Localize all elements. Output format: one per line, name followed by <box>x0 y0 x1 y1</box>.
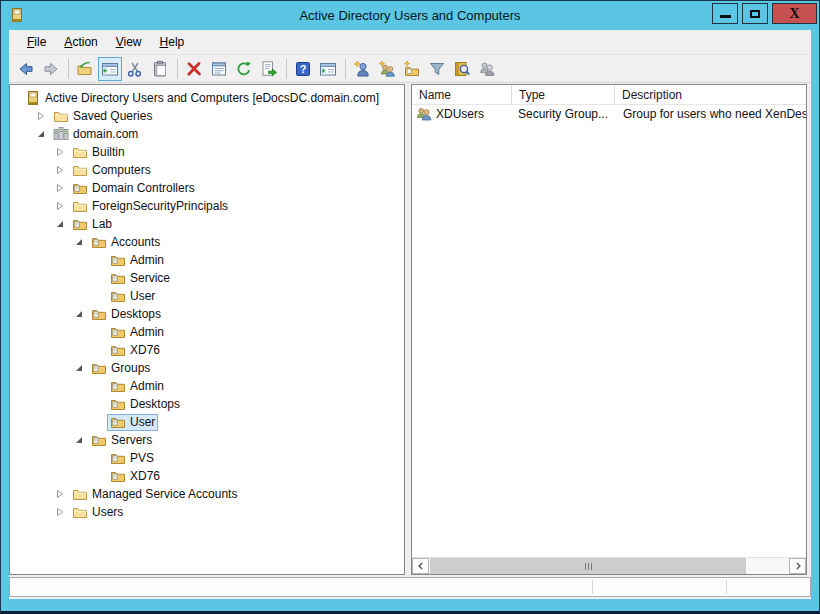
tree-item-label: Servers <box>111 433 152 447</box>
ou-icon <box>110 414 126 430</box>
tree-item[interactable]: Admin <box>10 377 404 395</box>
list-row[interactable]: XDUsersSecurity Group...Group for users … <box>412 105 806 123</box>
tree-item-label: Groups <box>111 361 150 375</box>
find-icon <box>453 60 471 78</box>
find-button[interactable] <box>450 57 474 81</box>
filter-button[interactable] <box>425 57 449 81</box>
window-title: Active Directory Users and Computers <box>1 1 819 30</box>
ou-icon <box>110 324 126 340</box>
tree-item[interactable]: XD76 <box>10 467 404 485</box>
up-level-button[interactable] <box>73 57 97 81</box>
tree-item-label: Managed Service Accounts <box>92 487 237 501</box>
twisty-spacer <box>89 269 107 287</box>
maximize-button[interactable] <box>742 3 768 24</box>
paste-icon <box>151 60 169 78</box>
collapse-icon[interactable] <box>51 215 69 233</box>
tree-item-label: Desktops <box>111 307 161 321</box>
aduc-window: Active Directory Users and Computers X F… <box>0 0 820 614</box>
tree-item[interactable]: Users <box>10 503 404 521</box>
folder-icon <box>53 108 69 124</box>
collapse-icon[interactable] <box>70 359 88 377</box>
cut-button[interactable] <box>123 57 147 81</box>
close-icon: X <box>789 7 799 21</box>
twisty-spacer <box>89 413 107 431</box>
action-pane-button[interactable] <box>316 57 340 81</box>
ou-icon <box>110 288 126 304</box>
tree-item[interactable]: Saved Queries <box>10 107 404 125</box>
ou-icon <box>91 432 107 448</box>
tree-item[interactable]: Lab <box>10 215 404 233</box>
console-tree-button[interactable] <box>98 57 122 81</box>
back-button[interactable] <box>14 57 38 81</box>
column-header-description[interactable]: Description <box>615 85 806 104</box>
tree-item[interactable]: Desktops <box>10 395 404 413</box>
tree-item[interactable]: Computers <box>10 161 404 179</box>
tree-item-label: Desktops <box>130 397 180 411</box>
expand-icon[interactable] <box>51 143 69 161</box>
tree-item[interactable]: Servers <box>10 431 404 449</box>
forward-button[interactable] <box>39 57 63 81</box>
tree-item[interactable]: Builtin <box>10 143 404 161</box>
status-separator <box>726 580 727 594</box>
menu-help[interactable]: Help <box>151 32 194 52</box>
chevron-right-icon <box>794 559 802 573</box>
menu-action[interactable]: Action <box>55 32 106 52</box>
expand-icon[interactable] <box>51 161 69 179</box>
folder-icon <box>72 486 88 502</box>
tree-item[interactable]: ForeignSecurityPrincipals <box>10 197 404 215</box>
scroll-left-button[interactable] <box>412 558 429 574</box>
refresh-button[interactable] <box>232 57 256 81</box>
tree-item[interactable]: Admin <box>10 251 404 269</box>
expand-icon[interactable] <box>51 179 69 197</box>
results-pane: NameTypeDescription XDUsersSecurity Grou… <box>411 84 807 575</box>
paste-button[interactable] <box>148 57 172 81</box>
tree-item[interactable]: Groups <box>10 359 404 377</box>
tree-item-label: Admin <box>130 325 164 339</box>
scrollbar-thumb[interactable] <box>430 558 746 574</box>
scroll-right-button[interactable] <box>789 558 806 574</box>
tree-item[interactable]: User <box>10 287 404 305</box>
window-controls: X <box>712 3 817 24</box>
collapse-icon[interactable] <box>32 125 50 143</box>
tree-item[interactable]: domain.com <box>10 125 404 143</box>
tree-item[interactable]: Domain Controllers <box>10 179 404 197</box>
collapse-icon[interactable] <box>70 233 88 251</box>
up-level-icon <box>76 60 94 78</box>
delete-button[interactable] <box>182 57 206 81</box>
two-users-button[interactable] <box>475 57 499 81</box>
tree-item[interactable]: Active Directory Users and Computers [eD… <box>10 89 404 107</box>
expand-icon[interactable] <box>32 107 50 125</box>
column-header-name[interactable]: Name <box>412 85 512 104</box>
tree-item[interactable]: PVS <box>10 449 404 467</box>
help-button[interactable]: ? <box>291 57 315 81</box>
twisty-spacer <box>89 341 107 359</box>
properties-button[interactable] <box>207 57 231 81</box>
tree-item[interactable]: Service <box>10 269 404 287</box>
expand-icon[interactable] <box>51 503 69 521</box>
tree-item[interactable]: Accounts <box>10 233 404 251</box>
expand-icon[interactable] <box>51 485 69 503</box>
export-list-button[interactable] <box>257 57 281 81</box>
collapse-icon[interactable] <box>70 305 88 323</box>
new-user-button[interactable] <box>350 57 374 81</box>
tree-item[interactable]: XD76 <box>10 341 404 359</box>
console-window-icon[interactable] <box>9 7 25 23</box>
collapse-icon[interactable] <box>70 431 88 449</box>
new-ou-button[interactable] <box>400 57 424 81</box>
tree-item[interactable]: Admin <box>10 323 404 341</box>
menu-file[interactable]: File <box>18 32 55 52</box>
folder-icon <box>72 504 88 520</box>
minimize-button[interactable] <box>712 3 738 24</box>
two-users-icon <box>478 60 496 78</box>
column-header-type[interactable]: Type <box>512 85 615 104</box>
forward-icon <box>42 60 60 78</box>
new-group-button[interactable] <box>375 57 399 81</box>
tree-item[interactable]: User <box>10 413 404 431</box>
expand-icon[interactable] <box>51 197 69 215</box>
menu-view[interactable]: View <box>107 32 151 52</box>
close-button[interactable]: X <box>772 3 817 24</box>
maximize-icon <box>750 10 760 18</box>
horizontal-scrollbar[interactable] <box>412 557 806 574</box>
tree-item[interactable]: Managed Service Accounts <box>10 485 404 503</box>
tree-item[interactable]: Desktops <box>10 305 404 323</box>
